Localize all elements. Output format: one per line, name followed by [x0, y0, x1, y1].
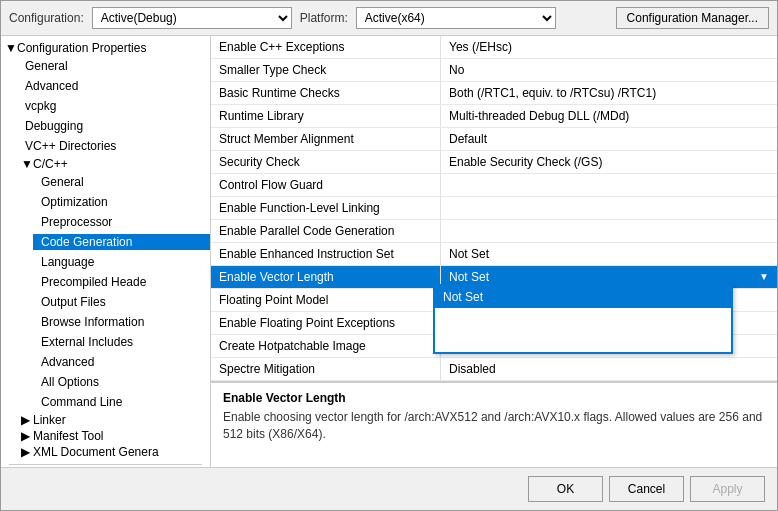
expand-icon: ▼ — [5, 41, 15, 55]
prop-name-spectre: Spectre Mitigation — [211, 358, 441, 380]
prop-value-security-check: Enable Security Check (/GS) — [441, 151, 777, 173]
prop-row-enhanced-instruction[interactable]: Enable Enhanced Instruction Set Not Set — [211, 243, 777, 266]
prop-name-enhanced-instruction: Enable Enhanced Instruction Set — [211, 243, 441, 265]
prop-name-hotpatch: Create Hotpatchable Image — [211, 335, 441, 357]
dropdown-arrow-icon[interactable]: ▼ — [759, 268, 769, 286]
sidebar-item-all-options[interactable]: All Options — [33, 372, 210, 392]
prop-value-vector-length: Not Set ▼ Not Set 256 (/vlen=256) 512 (/… — [441, 266, 777, 288]
prop-value-parallel-codegen — [441, 220, 777, 242]
sidebar-item-cpp[interactable]: ▼ C/C++ — [17, 156, 210, 172]
prop-name-security-check: Security Check — [211, 151, 441, 173]
sidebar-divider — [9, 464, 202, 465]
config-manager-button[interactable]: Configuration Manager... — [616, 7, 769, 29]
manifest-expand-icon: ▶ — [21, 429, 31, 443]
sidebar-item-general2[interactable]: General — [33, 172, 210, 192]
linker-expand-icon: ▶ — [21, 413, 31, 427]
xml-expand-icon: ▶ — [21, 445, 31, 459]
sidebar-item-manifest-tool[interactable]: ▶ Manifest Tool — [17, 428, 210, 444]
description-panel: Enable Vector Length Enable choosing vec… — [211, 382, 777, 467]
prop-name-runtime-checks: Basic Runtime Checks — [211, 82, 441, 104]
main-content: ▼ Configuration Properties General Advan… — [1, 36, 777, 467]
prop-value-exceptions: Yes (/EHsc) — [441, 36, 777, 58]
prop-value-function-linking — [441, 197, 777, 219]
sidebar-item-debugging[interactable]: Debugging — [17, 116, 210, 136]
sidebar-item-preprocessor[interactable]: Preprocessor — [33, 212, 210, 232]
sidebar-item-precompiled[interactable]: Precompiled Heade — [33, 272, 210, 292]
bottom-bar: OK Cancel Apply — [1, 467, 777, 510]
sidebar-item-optimization[interactable]: Optimization — [33, 192, 210, 212]
description-title: Enable Vector Length — [223, 391, 765, 405]
top-bar: Configuration: Active(Debug) Platform: A… — [1, 1, 777, 36]
ok-button[interactable]: OK — [528, 476, 603, 502]
sidebar-item-code-generation[interactable]: Code Generation — [33, 232, 210, 252]
sidebar-item-advanced[interactable]: Advanced — [17, 76, 210, 96]
prop-row-runtime-library[interactable]: Runtime Library Multi-threaded Debug DLL… — [211, 105, 777, 128]
sidebar-item-advanced2[interactable]: Advanced — [33, 352, 210, 372]
prop-row-parallel-codegen[interactable]: Enable Parallel Code Generation — [211, 220, 777, 243]
prop-value-struct-alignment: Default — [441, 128, 777, 150]
prop-row-spectre[interactable]: Spectre Mitigation Disabled — [211, 358, 777, 381]
prop-value-control-flow — [441, 174, 777, 196]
prop-row-vector-length[interactable]: Enable Vector Length Not Set ▼ Not Set 2… — [211, 266, 777, 289]
prop-name-struct-alignment: Struct Member Alignment — [211, 128, 441, 150]
prop-name-runtime-library: Runtime Library — [211, 105, 441, 127]
sidebar: ▼ Configuration Properties General Advan… — [1, 36, 211, 467]
sidebar-item-vc-directories[interactable]: VC++ Directories — [17, 136, 210, 156]
prop-row-security-check[interactable]: Security Check Enable Security Check (/G… — [211, 151, 777, 174]
sidebar-item-linker[interactable]: ▶ Linker — [17, 412, 210, 428]
sidebar-item-general[interactable]: General — [17, 56, 210, 76]
prop-value-smaller-type: No — [441, 59, 777, 81]
prop-row-function-linking[interactable]: Enable Function-Level Linking — [211, 197, 777, 220]
sidebar-item-xml-doc[interactable]: ▶ XML Document Genera — [17, 444, 210, 460]
sidebar-level1: General Advanced vcpkg Debugging VC++ Di… — [1, 56, 210, 460]
prop-value-spectre: Disabled — [441, 358, 777, 380]
sidebar-level2: General Optimization Preprocessor Code G… — [17, 172, 210, 412]
prop-name-function-linking: Enable Function-Level Linking — [211, 197, 441, 219]
sidebar-item-command-line[interactable]: Command Line — [33, 392, 210, 412]
sidebar-item-browse-info[interactable]: Browse Information — [33, 312, 210, 332]
linker-label: Linker — [33, 413, 66, 427]
sidebar-item-output-files[interactable]: Output Files — [33, 292, 210, 312]
prop-name-vector-length: Enable Vector Length — [211, 266, 441, 288]
xml-label: XML Document Genera — [33, 445, 159, 459]
prop-row-struct-alignment[interactable]: Struct Member Alignment Default — [211, 128, 777, 151]
platform-select[interactable]: Active(x64) — [356, 7, 556, 29]
prop-name-fp-model: Floating Point Model — [211, 289, 441, 311]
prop-row-runtime-checks[interactable]: Basic Runtime Checks Both (/RTC1, equiv.… — [211, 82, 777, 105]
manifest-label: Manifest Tool — [33, 429, 103, 443]
prop-name-exceptions: Enable C++ Exceptions — [211, 36, 441, 58]
right-panel: Enable C++ Exceptions Yes (/EHsc) Smalle… — [211, 36, 777, 467]
sidebar-item-vcpkg[interactable]: vcpkg — [17, 96, 210, 116]
dropdown-option-512[interactable]: 512 (/vlen=512) — [435, 330, 731, 352]
prop-name-fp-exceptions: Enable Floating Point Exceptions — [211, 312, 441, 334]
prop-row-control-flow[interactable]: Control Flow Guard — [211, 174, 777, 197]
prop-value-runtime-checks: Both (/RTC1, equiv. to /RTCsu) /RTC1) — [441, 82, 777, 104]
prop-value-runtime-library: Multi-threaded Debug DLL (/MDd) — [441, 105, 777, 127]
sidebar-item-external-includes[interactable]: External Includes — [33, 332, 210, 352]
cancel-button[interactable]: Cancel — [609, 476, 684, 502]
cpp-expand-icon: ▼ — [21, 157, 31, 171]
description-text: Enable choosing vector length for /arch:… — [223, 409, 765, 443]
cpp-label: C/C++ — [33, 157, 68, 171]
prop-row-exceptions[interactable]: Enable C++ Exceptions Yes (/EHsc) — [211, 36, 777, 59]
config-select[interactable]: Active(Debug) — [92, 7, 292, 29]
config-label: Configuration: — [9, 11, 84, 25]
config-properties-label: Configuration Properties — [17, 41, 146, 55]
prop-name-control-flow: Control Flow Guard — [211, 174, 441, 196]
prop-row-smaller-type[interactable]: Smaller Type Check No — [211, 59, 777, 82]
sidebar-item-language[interactable]: Language — [33, 252, 210, 272]
platform-label: Platform: — [300, 11, 348, 25]
property-grid: Enable C++ Exceptions Yes (/EHsc) Smalle… — [211, 36, 777, 382]
prop-value-enhanced-instruction: Not Set — [441, 243, 777, 265]
apply-button[interactable]: Apply — [690, 476, 765, 502]
dropdown-option-256[interactable]: 256 (/vlen=256) — [435, 308, 731, 330]
vector-length-dropdown: Not Set 256 (/vlen=256) 512 (/vlen=512) — [433, 284, 733, 354]
prop-name-smaller-type: Smaller Type Check — [211, 59, 441, 81]
prop-name-parallel-codegen: Enable Parallel Code Generation — [211, 220, 441, 242]
dropdown-option-notset[interactable]: Not Set — [435, 286, 731, 308]
sidebar-item-config-properties[interactable]: ▼ Configuration Properties — [1, 40, 210, 56]
